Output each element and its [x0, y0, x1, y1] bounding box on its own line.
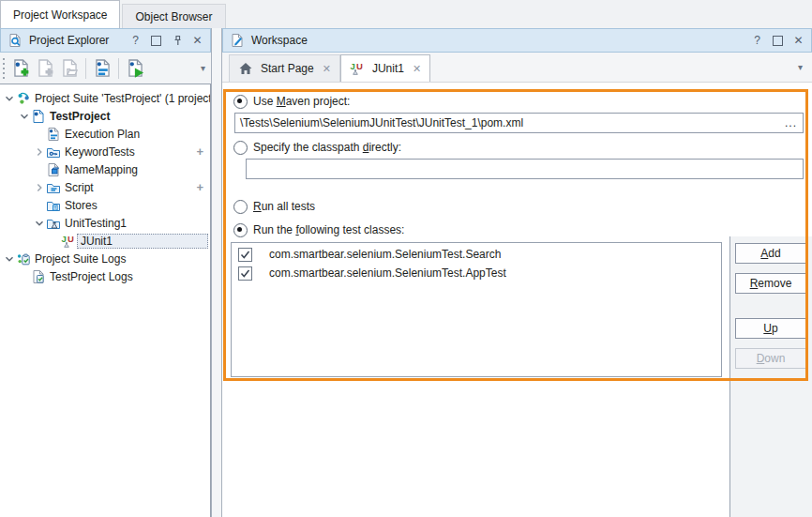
maven-path-field[interactable]: \Tests\Selenium\SeleniumJUnitTest\JUnitT… — [234, 113, 804, 133]
tab-object-browser[interactable]: Object Browser — [122, 4, 225, 28]
chevron-placeholder — [32, 200, 46, 211]
tab-junit1[interactable]: JU JUnit1 ✕ — [340, 54, 430, 82]
workspace-icon — [230, 33, 246, 48]
toolbar-separator — [85, 58, 86, 79]
chevron-down-icon[interactable] — [2, 93, 16, 104]
maven-path-value: \Tests\Selenium\SeleniumJUnitTest\JUnitT… — [240, 116, 523, 129]
workspace-panel: Workspace ? ✕ Start Page ✕ JU JUnit1 ✕ ▾ — [222, 28, 812, 517]
chevron-right-icon[interactable] — [32, 146, 46, 158]
svg-text:U: U — [356, 61, 363, 71]
add-new-item-button[interactable] — [8, 56, 33, 81]
add-item-icon[interactable]: + — [196, 180, 203, 194]
help-icon[interactable]: ? — [129, 35, 142, 47]
workspace-title: Workspace — [251, 34, 751, 47]
folder-stores-icon — [46, 198, 62, 213]
junit-icon: JU — [350, 61, 366, 76]
project-tree: Project Suite 'TestProject' (1 project)T… — [0, 84, 211, 517]
project-explorer-title: Project Explorer — [29, 34, 129, 47]
close-icon[interactable]: ✕ — [792, 35, 804, 47]
test-class-checkbox[interactable] — [238, 248, 252, 262]
tree-item-namemapping[interactable]: NameMapping — [0, 160, 210, 178]
namemapping-icon — [46, 162, 62, 177]
tree-item-junit1[interactable]: JUJUnit1 — [0, 232, 210, 250]
tree-item-label: KeywordTests — [62, 144, 138, 160]
tree-item-keywordtests[interactable]: KeywordTests+ — [0, 143, 210, 160]
test-class-row[interactable]: com.smartbear.selenium.SeleniumTest.AppT… — [232, 264, 721, 282]
up-button[interactable]: Up — [735, 318, 806, 339]
add-item-icon[interactable]: + — [196, 144, 203, 159]
svg-text:U: U — [68, 234, 74, 244]
classpath-label: Specify the classpath directly: — [253, 141, 401, 154]
junit-editor: Use Maven project: \Tests\Selenium\Selen… — [222, 83, 812, 517]
testcomplete-window: Project Workspace Object Browser Project… — [0, 0, 812, 517]
add-button[interactable]: Add — [735, 243, 806, 264]
tree-item-label: JUnit1 — [77, 234, 208, 249]
run-all-radio-row: Run all tests — [233, 199, 315, 214]
browse-button[interactable]: ... — [779, 116, 803, 129]
explorer-toolbar-buttons — [8, 56, 147, 81]
test-class-name: com.smartbear.selenium.SeleniumTest.AppT… — [269, 266, 506, 280]
tree-item-stores[interactable]: Stores — [0, 196, 210, 214]
use-maven-label: Use Maven project: — [253, 95, 350, 108]
down-button: Down — [735, 348, 806, 369]
document-tab-strip: Start Page ✕ JU JUnit1 ✕ ▾ — [222, 53, 812, 83]
tab-list-dropdown-icon[interactable]: ▾ — [798, 62, 803, 72]
tree-item-unittesting1[interactable]: UnitTesting1 — [0, 214, 210, 232]
test-class-checkbox[interactable] — [238, 266, 252, 281]
classpath-radio[interactable] — [233, 141, 248, 155]
tree-item-testproject-logs[interactable]: TestProject Logs — [0, 267, 210, 285]
toolbar-separator — [118, 58, 119, 79]
toolbar-grip[interactable] — [2, 58, 5, 79]
run-following-radio-row: Run the following test classes: — [233, 222, 404, 237]
close-icon[interactable]: ✕ — [191, 35, 203, 47]
maximize-icon[interactable] — [150, 35, 162, 47]
chevron-right-icon[interactable] — [32, 182, 46, 193]
tree-item-label: TestProject — [47, 109, 113, 124]
help-icon[interactable]: ? — [751, 35, 763, 47]
chevron-placeholder — [32, 164, 46, 175]
tree-item-label: NameMapping — [62, 162, 141, 177]
tree-item-project-suite-testproject-1-project[interactable]: Project Suite 'TestProject' (1 project) — [0, 89, 210, 107]
execution-plan-button[interactable] — [90, 56, 114, 81]
run-all-label: Run all tests — [253, 200, 315, 213]
test-class-name: com.smartbear.selenium.SeleniumTest.Sear… — [269, 248, 501, 261]
chevron-down-icon[interactable] — [32, 218, 46, 229]
svg-text:J: J — [350, 61, 354, 71]
pin-icon[interactable] — [171, 35, 183, 47]
junit-icon: JU — [61, 234, 77, 249]
run-project-button[interactable] — [123, 56, 147, 81]
chevron-down-icon[interactable] — [17, 111, 31, 122]
remove-button[interactable]: Remove — [735, 273, 806, 294]
use-maven-radio[interactable] — [233, 95, 248, 109]
test-class-row[interactable]: com.smartbear.selenium.SeleniumTest.Sear… — [232, 245, 721, 264]
run-following-radio[interactable] — [233, 223, 248, 237]
workspace-header: Workspace ? ✕ — [222, 28, 812, 53]
tab-label: Object Browser — [135, 10, 212, 23]
tab-project-workspace[interactable]: Project Workspace — [0, 0, 120, 28]
folder-script-icon — [46, 180, 62, 195]
folder-unit-icon — [46, 216, 62, 231]
tab-start-page[interactable]: Start Page ✕ — [229, 54, 340, 82]
chevron-down-icon[interactable] — [2, 253, 16, 265]
toolbar-dropdown-icon[interactable]: ▾ — [201, 63, 205, 73]
panel-splitter[interactable] — [211, 28, 222, 517]
window-tab-bar: Project Workspace Object Browser — [0, 0, 812, 29]
close-tab-icon[interactable]: ✕ — [413, 63, 421, 75]
tree-item-label: UnitTesting1 — [62, 216, 129, 231]
tree-item-testproject[interactable]: TestProject — [0, 107, 210, 125]
close-tab-icon[interactable]: ✕ — [323, 63, 331, 75]
chevron-placeholder — [32, 129, 46, 140]
classpath-field[interactable] — [246, 159, 804, 179]
run-all-radio[interactable] — [233, 200, 248, 214]
suite-logs-icon — [16, 251, 32, 266]
test-classes-list: com.smartbear.selenium.SeleniumTest.Sear… — [231, 242, 722, 377]
maximize-icon[interactable] — [772, 35, 784, 47]
tree-item-label: Project Suite 'TestProject' (1 project) — [32, 91, 211, 106]
chevron-placeholder — [17, 271, 31, 282]
tree-item-execution-plan[interactable]: Execution Plan — [0, 125, 210, 143]
project-suite-icon — [16, 91, 32, 106]
tree-item-label: Stores — [62, 198, 100, 213]
tree-item-script[interactable]: Script+ — [0, 178, 210, 196]
classpath-radio-row: Specify the classpath directly: — [233, 140, 401, 155]
tree-item-project-suite-logs[interactable]: Project Suite Logs — [0, 250, 210, 267]
